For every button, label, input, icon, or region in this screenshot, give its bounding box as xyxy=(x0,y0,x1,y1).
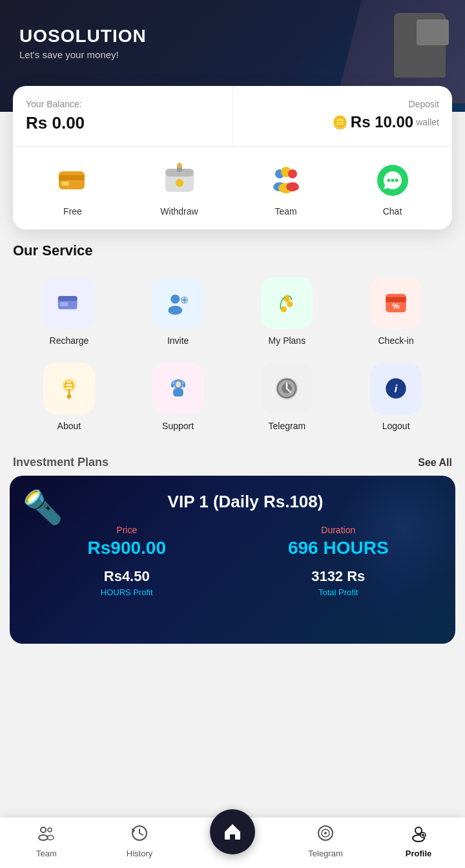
deposit-amount-value: Rs 10.00 xyxy=(351,113,413,131)
logout-label: Logout xyxy=(382,421,410,431)
support-label: Support xyxy=(162,421,194,431)
vip-hours-profit-item: Rs4.50 HOURS Profit xyxy=(26,568,228,597)
see-all-button[interactable]: See All xyxy=(418,457,452,469)
svg-point-62 xyxy=(415,827,422,834)
svg-rect-38 xyxy=(66,387,72,388)
vip-card: 🔦 VIP 1 (Daily Rs.108) Price Rs900.00 Du… xyxy=(10,476,455,644)
vip-hours-profit-value: Rs4.50 xyxy=(26,568,228,585)
chat-label: Chat xyxy=(383,206,402,217)
vip-duration-value: 696 HOURS xyxy=(238,538,440,558)
svg-point-55 xyxy=(48,828,52,832)
coin-icon: 🪙 xyxy=(332,114,348,130)
logout-icon-wrap: i xyxy=(370,363,422,414)
svg-rect-20 xyxy=(58,296,78,301)
my-plans-icon-wrap xyxy=(261,277,313,329)
services-grid: Recharge Invite xyxy=(13,272,452,436)
svg-rect-2 xyxy=(61,182,69,185)
balance-label: Your Balance: xyxy=(26,99,220,109)
recharge-label: Recharge xyxy=(50,335,89,346)
svg-point-5 xyxy=(176,179,183,187)
nav-profile[interactable]: Profile xyxy=(372,824,465,858)
svg-point-41 xyxy=(67,394,71,398)
nav-team[interactable]: Team xyxy=(0,824,93,858)
check-in-label: Check-in xyxy=(378,335,414,346)
svg-rect-45 xyxy=(173,388,183,397)
withdraw-icon xyxy=(159,160,200,201)
balance-card: Your Balance: Rs 0.00 Deposit 🪙 Rs 10.00… xyxy=(13,86,452,229)
support-icon-wrap xyxy=(152,363,204,414)
about-label: About xyxy=(57,421,81,431)
check-in-icon-wrap: % xyxy=(370,277,422,329)
quick-action-free[interactable]: Free xyxy=(52,160,94,217)
service-invite[interactable]: Invite xyxy=(125,272,231,351)
service-telegram[interactable]: Telegram xyxy=(234,357,340,436)
vip-duration-label: Duration xyxy=(238,525,440,535)
svg-rect-33 xyxy=(386,297,406,302)
our-service-section: Our Service Recharge xyxy=(0,229,465,443)
service-support[interactable]: Support xyxy=(125,357,231,436)
telegram-label: Telegram xyxy=(269,421,306,431)
vip-duration-item: Duration 696 HOURS xyxy=(238,525,440,558)
svg-point-14 xyxy=(286,182,299,191)
chat-icon xyxy=(372,160,413,201)
svg-rect-21 xyxy=(60,302,68,306)
deposit-section: Deposit 🪙 Rs 10.00 wallet xyxy=(233,86,453,146)
svg-point-29 xyxy=(287,301,293,307)
telegram-nav-label: Telegram xyxy=(308,849,342,858)
vip-total-profit-value: 3132 Rs xyxy=(238,568,440,585)
deposit-wallet-label: wallet xyxy=(416,117,439,127)
investment-header: Investment Plans See All xyxy=(0,449,465,476)
svg-point-56 xyxy=(39,835,48,840)
free-label: Free xyxy=(63,206,82,217)
svg-point-22 xyxy=(170,295,180,304)
balance-amount: Rs 0.00 xyxy=(26,113,220,133)
svg-point-17 xyxy=(391,179,394,182)
service-recharge[interactable]: Recharge xyxy=(16,272,122,351)
vip-price-value: Rs900.00 xyxy=(26,538,228,558)
deposit-amount: 🪙 Rs 10.00 wallet xyxy=(246,113,440,131)
team-nav-icon xyxy=(37,824,56,846)
svg-point-31 xyxy=(285,295,289,298)
service-check-in[interactable]: % Check-in xyxy=(343,272,449,351)
svg-point-61 xyxy=(324,832,327,834)
svg-rect-47 xyxy=(183,383,185,387)
history-nav-label: History xyxy=(127,849,152,858)
home-button[interactable] xyxy=(210,809,255,854)
svg-point-54 xyxy=(41,827,46,832)
quick-action-withdraw[interactable]: Withdraw xyxy=(159,160,200,217)
profile-nav-label: Profile xyxy=(406,849,431,858)
our-service-title: Our Service xyxy=(13,242,452,259)
vip-title: VIP 1 (Daily Rs.108) xyxy=(26,492,439,512)
vip-total-profit-label: Total Profit xyxy=(238,587,440,597)
bottom-nav: Team History Telegram xyxy=(0,818,465,868)
team-nav-label: Team xyxy=(36,849,57,858)
telegram-icon-wrap xyxy=(261,363,313,414)
vip-total-profit-item: 3132 Rs Total Profit xyxy=(238,568,440,597)
recharge-icon-wrap xyxy=(43,277,95,329)
svg-point-23 xyxy=(168,306,182,315)
team-label: Team xyxy=(274,206,296,217)
svg-rect-1 xyxy=(59,175,85,180)
telegram-nav-icon xyxy=(316,824,335,846)
history-nav-icon xyxy=(130,824,149,846)
vip-price-label: Price xyxy=(26,525,228,535)
nav-telegram[interactable]: Telegram xyxy=(279,824,372,858)
invite-label: Invite xyxy=(167,335,189,346)
vip-pump-icon: 🔦 xyxy=(23,489,63,526)
profile-nav-icon xyxy=(409,824,428,846)
service-my-plans[interactable]: My Plans xyxy=(234,272,340,351)
quick-action-team[interactable]: Team xyxy=(265,160,307,217)
quick-action-chat[interactable]: Chat xyxy=(372,160,413,217)
deposit-label: Deposit xyxy=(246,99,440,109)
invite-icon-wrap xyxy=(152,277,204,329)
svg-text:%: % xyxy=(393,302,400,311)
service-logout[interactable]: i Logout xyxy=(343,357,449,436)
vip-details: Price Rs900.00 Duration 696 HOURS Rs4.50… xyxy=(26,525,439,597)
service-about[interactable]: About xyxy=(16,357,122,436)
svg-rect-37 xyxy=(66,385,72,386)
balance-section: Your Balance: Rs 0.00 xyxy=(13,86,233,146)
svg-point-16 xyxy=(387,179,390,182)
nav-home[interactable] xyxy=(186,829,279,854)
nav-history[interactable]: History xyxy=(93,824,186,858)
svg-point-44 xyxy=(176,381,181,387)
